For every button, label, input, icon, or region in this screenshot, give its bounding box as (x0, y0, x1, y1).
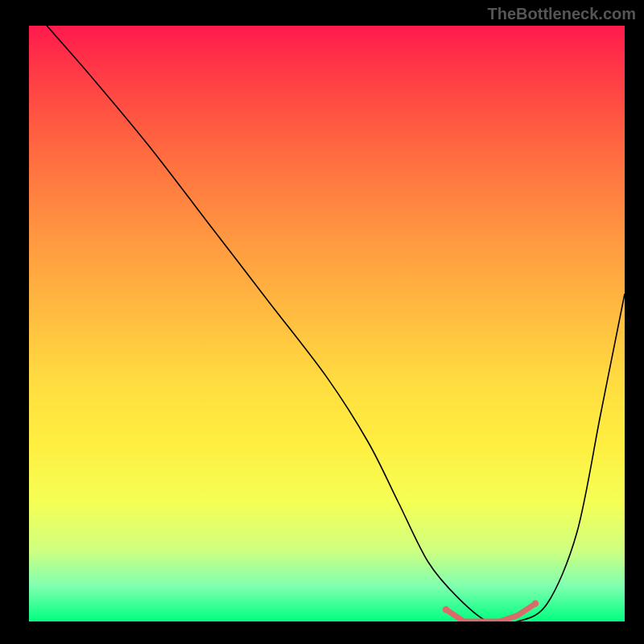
chart-svg (29, 26, 625, 621)
valley-markers (443, 601, 539, 621)
watermark-text: TheBottleneck.com (488, 5, 636, 23)
svg-point-1 (532, 601, 539, 607)
bottleneck-curve (47, 26, 625, 621)
chart-area (29, 26, 625, 621)
svg-point-0 (443, 606, 449, 613)
